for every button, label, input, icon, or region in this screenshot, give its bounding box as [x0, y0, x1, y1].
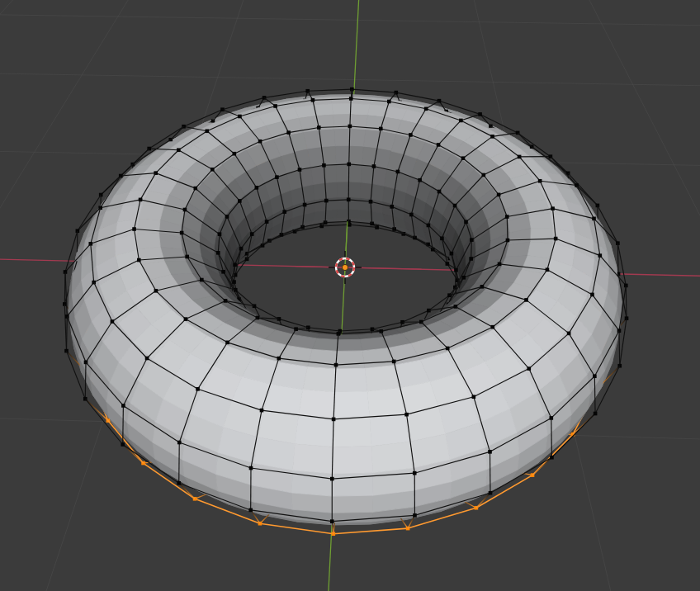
- blender-3d-viewport[interactable]: [0, 0, 700, 591]
- object-origin-dot[interactable]: [334, 257, 356, 278]
- active-vertex[interactable]: [587, 291, 608, 313]
